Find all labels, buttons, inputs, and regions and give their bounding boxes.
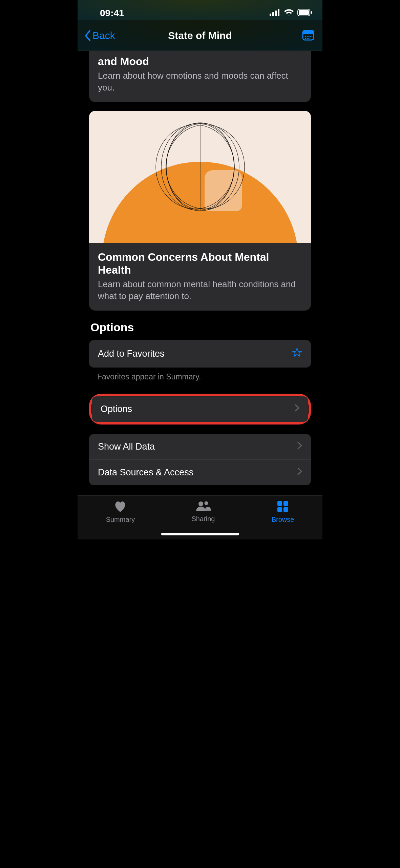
svg-point-12 [310, 36, 311, 37]
tab-summary[interactable]: Summary [106, 500, 135, 524]
svg-point-15 [309, 38, 310, 39]
tab-label: Summary [106, 516, 135, 524]
svg-point-13 [305, 38, 306, 39]
card-subtitle: Learn about common mental health conditi… [98, 278, 302, 302]
svg-point-18 [166, 123, 239, 210]
highlight-ring: Options [89, 394, 311, 425]
nav-bar: Back State of Mind [78, 20, 322, 51]
battery-icon [297, 9, 312, 18]
grid-icon [277, 500, 289, 514]
options-heading: Options [90, 321, 310, 334]
row-label: Add to Favorites [98, 349, 165, 359]
people-icon [195, 500, 211, 514]
heart-icon [113, 500, 127, 514]
status-icons [270, 9, 312, 18]
card-subtitle: Learn about how emotions and moods can a… [98, 70, 302, 94]
options-row[interactable]: Options [92, 396, 308, 422]
tab-bar: Summary Sharing Browse [78, 495, 322, 539]
svg-rect-27 [283, 507, 288, 512]
svg-rect-26 [277, 507, 282, 512]
svg-point-23 [204, 501, 208, 505]
chevron-right-icon [297, 442, 302, 451]
data-sources-row[interactable]: Data Sources & Access [89, 459, 311, 485]
row-label: Data Sources & Access [98, 467, 193, 478]
svg-point-19 [156, 125, 234, 209]
cellular-icon [270, 9, 280, 18]
status-bar: 09:41 [78, 0, 322, 20]
svg-rect-25 [283, 501, 288, 506]
tab-browse[interactable]: Browse [272, 500, 294, 524]
svg-point-17 [161, 123, 234, 210]
svg-point-20 [166, 125, 245, 209]
chevron-right-icon [295, 404, 299, 414]
svg-rect-6 [311, 11, 312, 14]
card-title: Common Concerns About Mental Health [98, 251, 302, 277]
svg-rect-5 [299, 10, 309, 15]
card-title: and Mood [98, 55, 302, 68]
calendar-button[interactable] [302, 29, 314, 42]
row-label: Options [101, 404, 132, 414]
star-icon [292, 348, 302, 360]
tab-label: Browse [272, 516, 294, 524]
svg-rect-0 [270, 14, 271, 16]
card-illustration [89, 111, 311, 243]
wifi-icon [284, 9, 294, 18]
article-card-mental-health[interactable]: Common Concerns About Mental Health Lear… [89, 111, 311, 311]
svg-point-10 [307, 36, 308, 37]
home-indicator[interactable] [161, 533, 239, 535]
show-all-data-row[interactable]: Show All Data [89, 434, 311, 459]
svg-rect-2 [275, 11, 277, 16]
row-label: Show All Data [98, 441, 155, 452]
svg-rect-24 [277, 501, 282, 506]
svg-rect-8 [303, 31, 314, 34]
article-card-mood[interactable]: and Mood Learn about how emotions and mo… [89, 51, 311, 102]
favorites-note: Favorites appear in Summary. [89, 368, 311, 381]
svg-rect-3 [278, 9, 279, 16]
svg-point-14 [307, 38, 308, 39]
svg-point-11 [309, 36, 310, 37]
add-to-favorites-row[interactable]: Add to Favorites [89, 340, 311, 368]
svg-point-22 [198, 501, 203, 506]
chevron-right-icon [297, 468, 302, 477]
nav-title: State of Mind [78, 30, 322, 41]
status-time: 09:41 [100, 8, 124, 19]
tab-label: Sharing [191, 515, 215, 523]
tab-sharing[interactable]: Sharing [191, 500, 215, 523]
svg-point-9 [305, 36, 306, 37]
svg-rect-1 [272, 12, 274, 16]
